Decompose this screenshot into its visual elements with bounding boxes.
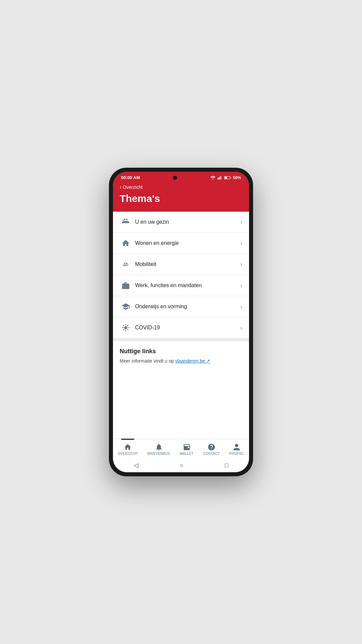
section-divider bbox=[113, 338, 249, 341]
home-system-button[interactable]: ○ bbox=[180, 462, 183, 469]
status-bar: 00:00 AM bbox=[113, 172, 249, 182]
menu-item-mobiliteit[interactable]: Mobiliteit › bbox=[113, 254, 249, 275]
nav-label-brievenbus: BRIEVENBUS bbox=[147, 452, 170, 455]
svg-point-9 bbox=[123, 220, 124, 221]
svg-rect-1 bbox=[219, 177, 219, 179]
menu-label-werk: Werk, functies en mandaten bbox=[135, 282, 240, 288]
status-time: 00:00 AM bbox=[121, 175, 140, 180]
education-icon bbox=[120, 302, 132, 311]
nav-label-contact: CONTACT bbox=[203, 452, 220, 455]
nav-item-contact[interactable]: CONTACT bbox=[200, 442, 223, 457]
content-area: U en uw gezin › Wonen en energie › bbox=[113, 212, 249, 439]
menu-label-onderwijs: Onderwijs en vorming bbox=[135, 304, 240, 310]
person-icon bbox=[233, 443, 241, 451]
mobility-icon bbox=[120, 260, 132, 269]
chevron-right-icon: › bbox=[240, 219, 242, 226]
menu-label-u-en-uw-gezin: U en uw gezin bbox=[135, 219, 240, 225]
svg-point-7 bbox=[124, 219, 125, 220]
phone-screen: 00:00 AM bbox=[113, 172, 249, 472]
battery-icon bbox=[224, 176, 231, 180]
nav-item-brievenbus[interactable]: BRIEVENBUS bbox=[144, 442, 173, 457]
vlaanderen-link[interactable]: vlaanderen.be ↗ bbox=[175, 358, 210, 364]
battery-percent: 50% bbox=[233, 175, 241, 180]
menu-item-u-en-uw-gezin[interactable]: U en uw gezin › bbox=[113, 212, 249, 233]
menu-label-mobiliteit: Mobiliteit bbox=[135, 261, 240, 267]
menu-item-onderwijs[interactable]: Onderwijs en vorming › bbox=[113, 296, 249, 317]
phone-device: 00:00 AM bbox=[109, 168, 253, 476]
svg-rect-0 bbox=[218, 178, 218, 179]
back-chevron-icon: ‹ bbox=[120, 184, 121, 190]
wifi-icon bbox=[210, 176, 216, 180]
svg-line-18 bbox=[123, 325, 124, 326]
status-icons: 50% bbox=[210, 175, 241, 180]
svg-rect-2 bbox=[220, 176, 221, 179]
chevron-right-icon-6: › bbox=[240, 324, 242, 331]
system-nav: ◁ ○ □ bbox=[113, 459, 249, 472]
signal-icon bbox=[218, 176, 222, 180]
home-icon bbox=[124, 443, 132, 451]
family-icon bbox=[120, 218, 132, 226]
camera-notch bbox=[173, 176, 177, 180]
nav-label-wallet: WALLET bbox=[180, 452, 193, 455]
menu-item-covid[interactable]: COVID-19 › bbox=[113, 317, 249, 338]
svg-point-11 bbox=[126, 264, 128, 266]
svg-line-21 bbox=[123, 329, 124, 330]
wallet-icon bbox=[183, 443, 191, 451]
svg-rect-3 bbox=[221, 176, 222, 179]
chevron-right-icon-5: › bbox=[240, 303, 242, 310]
bottom-nav: OVERZICHT BRIEVENBUS WALLET CONTACT bbox=[113, 439, 249, 459]
svg-rect-5 bbox=[230, 177, 231, 178]
menu-item-wonen-en-energie[interactable]: Wonen en energie › bbox=[113, 233, 249, 254]
menu-label-covid: COVID-19 bbox=[135, 325, 240, 331]
back-link[interactable]: ‹ Overzicht bbox=[120, 184, 242, 190]
recents-system-button[interactable]: □ bbox=[225, 462, 228, 469]
nav-item-wallet[interactable]: WALLET bbox=[176, 442, 197, 457]
chevron-right-icon-3: › bbox=[240, 261, 242, 268]
nuttige-links-text: Meer informatie vindt u op vlaanderen.be… bbox=[120, 358, 242, 364]
menu-list: U en uw gezin › Wonen en energie › bbox=[113, 212, 249, 338]
nuttige-links-title: Nuttige links bbox=[120, 348, 242, 355]
nav-label-overzicht: OVERZICHT bbox=[118, 452, 138, 455]
help-icon bbox=[207, 443, 216, 451]
svg-line-19 bbox=[127, 329, 128, 330]
svg-point-12 bbox=[124, 263, 125, 264]
chevron-right-icon-4: › bbox=[240, 282, 242, 289]
chevron-right-icon-2: › bbox=[240, 240, 242, 247]
virus-icon bbox=[120, 323, 132, 332]
menu-item-werk[interactable]: Werk, functies en mandaten › bbox=[113, 275, 249, 296]
house-icon bbox=[120, 239, 132, 248]
briefcase-icon bbox=[120, 281, 132, 290]
nuttige-links-section: Nuttige links Meer informatie vindt u op… bbox=[113, 341, 249, 369]
page-title: Thema's bbox=[120, 193, 242, 204]
svg-line-20 bbox=[127, 325, 128, 326]
nav-label-profiel: PROFIEL bbox=[229, 452, 244, 455]
header: ‹ Overzicht Thema's bbox=[113, 182, 249, 212]
menu-label-wonen-en-energie: Wonen en energie bbox=[135, 240, 240, 246]
back-system-button[interactable]: ◁ bbox=[134, 462, 138, 469]
bell-icon bbox=[155, 443, 163, 451]
nav-item-profiel[interactable]: PROFIEL bbox=[226, 442, 248, 457]
svg-point-8 bbox=[126, 219, 128, 220]
nav-item-overzicht[interactable]: OVERZICHT bbox=[114, 442, 141, 457]
back-label: Overzicht bbox=[123, 184, 142, 190]
svg-rect-6 bbox=[225, 177, 227, 179]
